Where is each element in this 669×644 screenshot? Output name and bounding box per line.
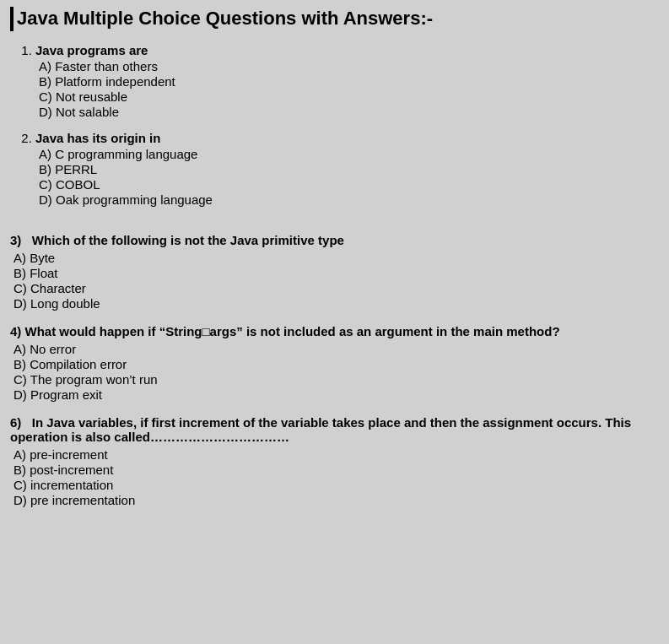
q3-title: Which of the following is not the Java p… <box>32 233 344 247</box>
q5-options: A) pre-increment B) post-increment C) in… <box>10 447 659 507</box>
question-item-q1: Java programs are A) Faster than others … <box>35 43 659 119</box>
question-block-q4: 4) What would happen if “String□args” is… <box>10 324 659 402</box>
q4-title: What would happen if “String□args” is no… <box>25 324 560 338</box>
list-item: B) Platform independent <box>35 74 659 89</box>
list-item: C) COBOL <box>35 177 659 192</box>
list-item: B) PERRL <box>35 162 659 176</box>
q4-number: 4) <box>10 324 21 338</box>
q2-options: A) C programming language B) PERRL C) CO… <box>35 147 659 207</box>
list-item: A) C programming language <box>35 147 659 161</box>
list-item: D) Oak programming language <box>35 192 659 207</box>
list-item: B) post-increment <box>10 463 659 477</box>
list-item: A) Faster than others <box>35 59 659 73</box>
list-item: B) Compilation error <box>10 357 659 371</box>
q4-question-text: 4) What would happen if “String□args” is… <box>10 324 659 338</box>
list-item: D) Long double <box>10 296 659 311</box>
list-item: C) Not reusable <box>35 89 659 104</box>
page-title: Java Multiple Choice Questions with Answ… <box>10 7 659 31</box>
q5-number: 6) <box>10 415 21 430</box>
q4-options: A) No error B) Compilation error C) The … <box>10 342 659 402</box>
q1-title: Java programs are <box>35 43 148 57</box>
list-item: A) pre-increment <box>10 447 659 462</box>
question-block-q5: 6) In Java variables, if first increment… <box>10 415 659 507</box>
list-item: B) Float <box>10 266 659 280</box>
list-item: D) Program exit <box>10 387 659 402</box>
list-item: A) No error <box>10 342 659 356</box>
page-container: Java Multiple Choice Questions with Answ… <box>10 7 659 507</box>
question-block-q3: 3) Which of the following is not the Jav… <box>10 233 659 311</box>
list-item: A) Byte <box>10 251 659 265</box>
q2-title: Java has its origin in <box>35 131 160 145</box>
list-item: D) pre incrementation <box>10 493 659 507</box>
q3-number: 3) <box>10 233 21 247</box>
q5-title: In Java variables, if first increment of… <box>10 415 631 444</box>
ordered-questions: Java programs are A) Faster than others … <box>10 43 659 207</box>
list-item: C) The program won’t run <box>10 372 659 387</box>
q1-options: A) Faster than others B) Platform indepe… <box>35 59 659 119</box>
q5-question-text: 6) In Java variables, if first increment… <box>10 415 659 444</box>
q3-question-text: 3) Which of the following is not the Jav… <box>10 233 659 247</box>
list-item: C) incrementation <box>10 478 659 492</box>
q3-options: A) Byte B) Float C) Character D) Long do… <box>10 251 659 311</box>
question-item-q2: Java has its origin in A) C programming … <box>35 131 659 207</box>
list-item: C) Character <box>10 281 659 295</box>
list-item: D) Not salable <box>35 105 659 119</box>
